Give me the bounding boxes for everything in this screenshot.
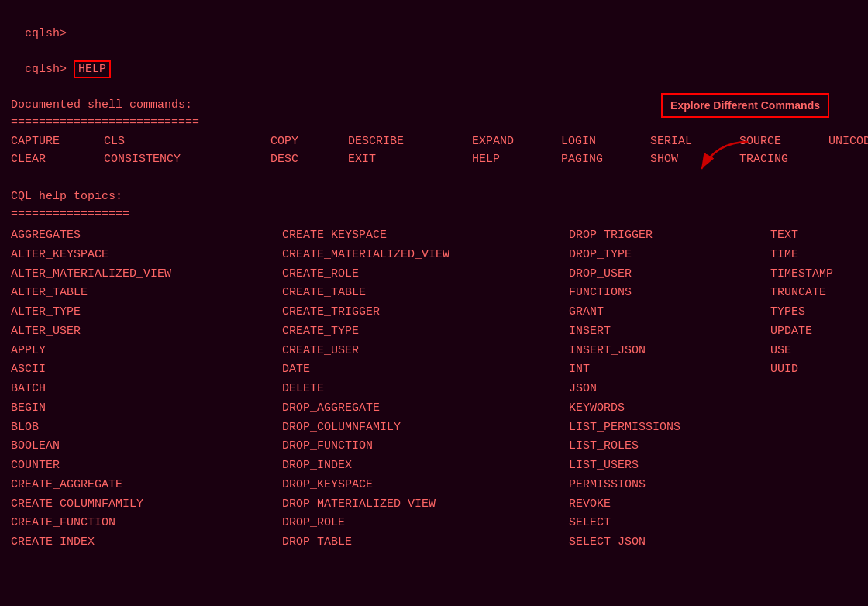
- cql-alter-user: ALTER_USER: [11, 322, 282, 342]
- cql-boolean: BOOLEAN: [11, 437, 282, 456]
- cql-keywords: KEYWORDS: [569, 399, 770, 418]
- cmd-capture: CAPTURE: [11, 133, 104, 151]
- cql-create-materialized-view: CREATE_MATERIALIZED_VIEW: [282, 246, 569, 265]
- cmd-help: HELP: [472, 151, 561, 169]
- cql-col-4: TEXT TIME TIMESTAMP TRUNCATE TYPES UPDAT…: [770, 226, 868, 553]
- cql-drop-table: DROP_TABLE: [282, 533, 569, 553]
- annotation-text: Explore Different Commands: [670, 99, 820, 112]
- cql-create-columnfamily: CREATE_COLUMNFAMILY: [11, 495, 282, 515]
- cql-drop-keyspace: DROP_KEYSPACE: [282, 476, 569, 495]
- cql-revoke: REVOKE: [569, 495, 770, 515]
- cql-create-role: CREATE_ROLE: [282, 265, 569, 284]
- cql-uuid: UUID: [770, 360, 868, 380]
- cql-list-permissions: LIST_PERMISSIONS: [569, 418, 770, 438]
- cql-drop-index: DROP_INDEX: [282, 456, 569, 476]
- cql-col-2: CREATE_KEYSPACE CREATE_MATERIALIZED_VIEW…: [282, 226, 569, 553]
- cmd-exit: EXIT: [348, 151, 472, 169]
- cql-list-users: LIST_USERS: [569, 456, 770, 476]
- cmd-login: LOGIN: [561, 133, 650, 151]
- cql-drop-columnfamily: DROP_COLUMNFAMILY: [282, 418, 569, 438]
- cql-alter-type: ALTER_TYPE: [11, 303, 282, 322]
- cql-col-3: DROP_TRIGGER DROP_TYPE DROP_USER FUNCTIO…: [569, 226, 770, 553]
- cql-timestamp: TIMESTAMP: [770, 265, 868, 284]
- cql-alter-keyspace: ALTER_KEYSPACE: [11, 246, 282, 265]
- cql-drop-aggregate: DROP_AGGREGATE: [282, 399, 569, 418]
- cql-types: TYPES: [770, 303, 868, 322]
- cql-drop-user: DROP_USER: [569, 265, 770, 284]
- cql-create-function: CREATE_FUNCTION: [11, 514, 282, 533]
- cql-section-header: CQL help topics:: [11, 188, 857, 206]
- cmd-describe: DESCRIBE: [348, 133, 472, 151]
- cmd-copy: COPY: [270, 133, 348, 151]
- prompt-1: cqlsh>: [25, 27, 67, 40]
- cql-select-json: SELECT_JSON: [569, 533, 770, 553]
- cql-topics-grid: AGGREGATES ALTER_KEYSPACE ALTER_MATERIAL…: [11, 226, 857, 553]
- cql-permissions: PERMISSIONS: [569, 476, 770, 495]
- cql-divider: =================: [11, 206, 857, 224]
- cql-select: SELECT: [569, 514, 770, 533]
- cql-counter: COUNTER: [11, 456, 282, 476]
- cql-create-index: CREATE_INDEX: [11, 533, 282, 553]
- prompt-line-1: cqlsh>: [11, 8, 857, 43]
- cql-create-aggregate: CREATE_AGGREGATE: [11, 476, 282, 495]
- annotation-arrow: [694, 138, 756, 181]
- cmd-unicode: UNICODE: [828, 133, 868, 151]
- cql-drop-trigger: DROP_TRIGGER: [569, 226, 770, 246]
- cql-truncate: TRUNCATE: [770, 284, 868, 303]
- cql-grant: GRANT: [569, 303, 770, 322]
- cql-insert-json: INSERT_JSON: [569, 342, 770, 361]
- cql-date: DATE: [282, 360, 569, 380]
- cmd-consistency: CONSISTENCY: [104, 151, 270, 169]
- cql-drop-function: DROP_FUNCTION: [282, 437, 569, 456]
- cql-text: TEXT: [770, 226, 868, 246]
- cql-col-1: AGGREGATES ALTER_KEYSPACE ALTER_MATERIAL…: [11, 226, 282, 553]
- cmd-desc: DESC: [270, 151, 348, 169]
- cql-drop-type: DROP_TYPE: [569, 246, 770, 265]
- cmd-paging: PAGING: [561, 151, 650, 169]
- cql-aggregates: AGGREGATES: [11, 226, 282, 246]
- cql-drop-materialized-view: DROP_MATERIALIZED_VIEW: [282, 495, 569, 515]
- cql-begin: BEGIN: [11, 399, 282, 418]
- cql-json: JSON: [569, 380, 770, 399]
- cmd-expand: EXPAND: [472, 133, 561, 151]
- cql-list-roles: LIST_ROLES: [569, 437, 770, 456]
- cql-alter-table: ALTER_TABLE: [11, 284, 282, 303]
- cql-functions: FUNCTIONS: [569, 284, 770, 303]
- cql-blob: BLOB: [11, 418, 282, 438]
- cql-delete: DELETE: [282, 380, 569, 399]
- cql-create-trigger: CREATE_TRIGGER: [282, 303, 569, 322]
- cql-int: INT: [569, 360, 770, 380]
- help-command: HELP: [74, 60, 111, 79]
- cql-ascii: ASCII: [11, 360, 282, 380]
- cmd-cls: CLS: [104, 133, 270, 151]
- cql-create-user: CREATE_USER: [282, 342, 569, 361]
- cql-use: USE: [770, 342, 868, 361]
- cql-insert: INSERT: [569, 322, 770, 342]
- cql-alter-materialized-view: ALTER_MATERIALIZED_VIEW: [11, 265, 282, 284]
- prompt-2: cqlsh>: [25, 63, 67, 76]
- cql-apply: APPLY: [11, 342, 282, 361]
- cql-create-keyspace: CREATE_KEYSPACE: [282, 226, 569, 246]
- cql-batch: BATCH: [11, 380, 282, 399]
- prompt-line-2: cqlsh> HELP: [11, 43, 857, 78]
- cmd-clear: CLEAR: [11, 151, 104, 169]
- cql-create-table: CREATE_TABLE: [282, 284, 569, 303]
- cql-time: TIME: [770, 246, 868, 265]
- cql-create-type: CREATE_TYPE: [282, 322, 569, 342]
- annotation-box: Explore Different Commands: [661, 93, 829, 118]
- cql-update: UPDATE: [770, 322, 868, 342]
- cql-drop-role: DROP_ROLE: [282, 514, 569, 533]
